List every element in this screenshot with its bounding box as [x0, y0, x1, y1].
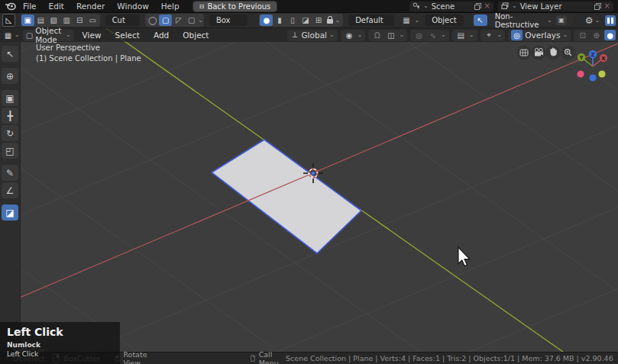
mode-dropdown[interactable]: ▢ Object Mode ⌄	[23, 30, 74, 41]
viewport-header: ▦ ⌄ ▢ Object Mode ⌄ View Select Add Obje…	[0, 28, 618, 42]
screencast-key-history-1: Numlock	[7, 341, 113, 349]
blender-window: User Perspective (1) Scene Collection | …	[0, 0, 618, 364]
object-origin-dot	[311, 171, 315, 175]
rotate-tool[interactable]: ↻	[2, 125, 18, 141]
3d-viewport[interactable]: User Perspective (1) Scene Collection | …	[0, 0, 618, 364]
object-visibility-dropdown[interactable]: ▤ ⌄	[452, 30, 477, 41]
menu-add[interactable]: Add	[148, 30, 174, 40]
shading-controls: ⊡ ⊕ ● ◐ ◑	[574, 30, 618, 41]
editor-type-icon: ▦	[2, 30, 14, 40]
measure-tool-icon: ∠	[6, 185, 15, 196]
gizmo-z-label: Z	[590, 52, 594, 58]
boxcutter-tool[interactable]: ◪	[2, 205, 18, 221]
select-box-tool-icon: ▣	[5, 93, 14, 104]
chevron-down-icon: ⌄	[399, 32, 404, 38]
select-tool[interactable]: ↖	[2, 46, 18, 62]
scale-tool[interactable]: ◰	[2, 143, 18, 159]
chevron-down-icon: ⌄	[15, 32, 20, 38]
rotate-tool-icon: ↻	[6, 128, 14, 139]
annotate-tool-icon: ✎	[6, 168, 14, 179]
screencast-key-history-2: Left Click	[7, 350, 113, 358]
object-mode-icon: ▢	[26, 30, 33, 40]
move-tool-icon: ╋	[7, 111, 12, 121]
gizmos-dropdown[interactable]: ⌖ ⌄	[480, 30, 506, 41]
active-collection-label: (1) Scene Collection | Plane	[36, 54, 141, 63]
menu-view[interactable]: View	[77, 30, 107, 40]
hint-call-menu: Call Menu	[251, 350, 281, 364]
toolbar: ↖ ⊕ ▣ ╋ ↻ ◰ ✎ ∠ ◪	[0, 42, 21, 352]
zoom-plus-icon[interactable]	[561, 46, 576, 60]
wireframe-shading-icon[interactable]: ⊕	[590, 30, 602, 40]
falloff-icon[interactable]: ∿	[427, 30, 438, 40]
boxcutter-tool-icon: ◪	[5, 208, 14, 218]
solid-shading-icon[interactable]: ●	[604, 30, 616, 40]
pan-hand-icon[interactable]	[546, 46, 561, 60]
menu-object[interactable]: Object	[177, 30, 214, 40]
chevron-down-icon: ⌄	[497, 32, 503, 38]
persp-ortho-toggle-icon[interactable]	[517, 46, 532, 60]
proportional-editing-controls: ◎ ∿ ⌄	[410, 30, 449, 41]
overlays-dropdown[interactable]: ◎ Overlays ⌄	[508, 30, 571, 41]
cursor-tool[interactable]: ⊕	[2, 68, 18, 84]
view-perspective-label: User Perspective	[36, 43, 100, 52]
screencast-keys-overlay: Left Click Numlock Left Click	[0, 322, 120, 364]
pivot-icon: ◉	[344, 30, 355, 40]
screencast-key-title: Left Click	[7, 326, 113, 338]
chevron-down-icon: ⌄	[329, 32, 335, 38]
magnet-icon[interactable]: Ω	[371, 30, 383, 40]
scene-statistics: Scene Collection | Plane | Verts:4 | Fac…	[286, 354, 613, 362]
visibility-icon: ▤	[455, 30, 467, 40]
snapping-controls: Ω ◫ ⌄	[368, 30, 407, 41]
menu-select[interactable]: Select	[110, 30, 145, 40]
measure-tool[interactable]: ∠	[2, 182, 18, 198]
chevron-down-icon: ⌄	[66, 32, 71, 38]
move-tool[interactable]: ╋	[2, 108, 18, 124]
scale-tool-icon: ◰	[5, 146, 14, 156]
gizmos-icon: ⌖	[484, 30, 495, 40]
chevron-down-icon: ⌄	[563, 32, 568, 38]
cursor-tool-icon: ⊕	[6, 71, 14, 82]
proportional-edit-icon[interactable]: ◎	[413, 30, 425, 40]
gizmo-y-label: Y	[578, 55, 584, 61]
annotate-tool[interactable]: ✎	[2, 165, 18, 181]
camera-view-icon[interactable]	[532, 46, 546, 60]
pivot-point-dropdown[interactable]: ◉ ⌄	[341, 30, 366, 41]
chevron-down-icon: ⌄	[441, 32, 446, 38]
orientation-icon: ⟂	[290, 30, 299, 40]
overlays-icon: ◎	[511, 30, 523, 40]
select-tool-icon: ↖	[6, 49, 14, 60]
transform-orientation-dropdown[interactable]: ⟂ Global ⌄	[287, 30, 337, 41]
tablet-icon	[251, 353, 255, 363]
gizmo-x-neg-ball	[577, 70, 584, 77]
gizmo-y-neg-ball	[598, 70, 605, 77]
snap-target-icon[interactable]: ◫	[385, 30, 396, 40]
chevron-down-icon: ⌄	[469, 32, 474, 38]
gizmo-z-neg-ball	[589, 74, 596, 81]
chevron-down-icon: ⌄	[358, 32, 363, 38]
select-box-tool[interactable]: ▣	[2, 90, 18, 106]
xray-toggle-icon[interactable]: ⊡	[577, 30, 588, 40]
hint-rotate-view: Rotate View	[115, 350, 150, 364]
gizmo-x-label: X	[601, 56, 606, 62]
editor-type-selector[interactable]: ▦ ⌄	[2, 30, 20, 40]
